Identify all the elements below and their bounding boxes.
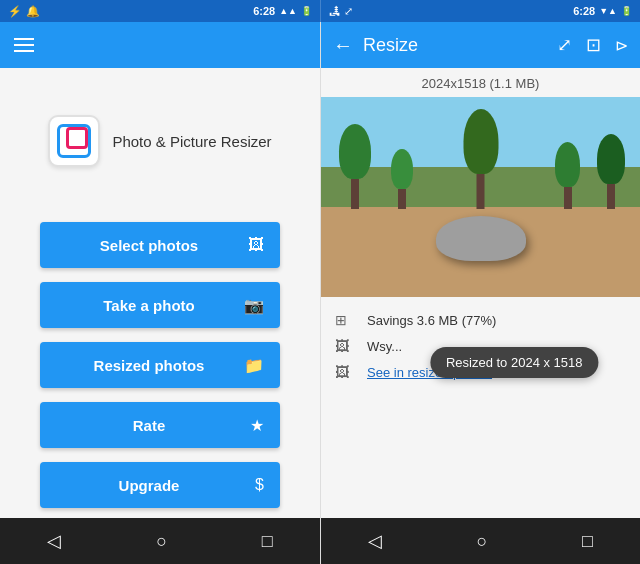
- back-nav-left[interactable]: ◁: [47, 530, 61, 552]
- dollar-icon: $: [242, 476, 264, 494]
- see-link-icon: 🖼: [335, 364, 357, 380]
- rock-object: [436, 216, 526, 261]
- gallery-icon: 🖼: [242, 236, 264, 254]
- photo-icon-status: 🏞: [329, 5, 340, 17]
- app-icon: [48, 115, 100, 167]
- buttons-area: Select photos 🖼 Take a photo 📷 Resized p…: [0, 206, 320, 518]
- wsy-text: Wsy...: [367, 339, 402, 354]
- signal-icon-right: ▼▲: [599, 6, 617, 16]
- rate-label: Rate: [56, 417, 242, 434]
- home-nav-left[interactable]: ○: [156, 531, 167, 552]
- flash-icon: ⚡: [8, 5, 22, 18]
- crop-icon[interactable]: ⊡: [586, 34, 601, 56]
- resize-title: Resize: [363, 35, 547, 56]
- savings-row: ⊞ Savings 3.6 MB (77%): [335, 307, 626, 333]
- camera-icon: 📷: [242, 296, 264, 315]
- savings-icon: ⊞: [335, 312, 357, 328]
- app-name: Photo & Picture Resizer: [112, 133, 271, 150]
- resized-tooltip: Resized to 2024 x 1518: [430, 347, 599, 378]
- left-bottom-nav: ◁ ○ □: [0, 518, 320, 564]
- share-icon[interactable]: ⊳: [615, 36, 628, 55]
- toolbar-actions: ⤢ ⊡ ⊳: [557, 34, 628, 56]
- select-photos-label: Select photos: [56, 237, 242, 254]
- rate-button[interactable]: Rate ★: [40, 402, 280, 448]
- upgrade-label: Upgrade: [56, 477, 242, 494]
- right-status-bar: 🏞 ⤢ 6:28 ▼▲ 🔋: [320, 0, 640, 22]
- app-logo-area: Photo & Picture Resizer: [0, 68, 320, 206]
- left-status-bar: ⚡ 🔔 6:28 ▲▲ 🔋: [0, 0, 320, 22]
- resized-photos-button[interactable]: Resized photos 📁: [40, 342, 280, 388]
- back-nav-right[interactable]: ◁: [368, 530, 382, 552]
- right-panel: ← Resize ⤢ ⊡ ⊳ 2024x1518 (1.1 MB): [320, 22, 640, 564]
- right-time: 6:28: [573, 5, 595, 17]
- select-photos-button[interactable]: Select photos 🖼: [40, 222, 280, 268]
- left-toolbar: [0, 22, 320, 68]
- recents-nav-right[interactable]: □: [582, 531, 593, 552]
- star-icon: ★: [242, 416, 264, 435]
- menu-button[interactable]: [14, 38, 34, 52]
- savings-text: Savings 3.6 MB (77%): [367, 313, 496, 328]
- recents-nav-left[interactable]: □: [262, 531, 273, 552]
- left-time: 6:28: [253, 5, 275, 17]
- take-photo-button[interactable]: Take a photo 📷: [40, 282, 280, 328]
- right-toolbar: ← Resize ⤢ ⊡ ⊳: [321, 22, 640, 68]
- wsy-icon: 🖼: [335, 338, 357, 354]
- battery-icon-left: 🔋: [301, 6, 312, 16]
- signal-icon-left: ▲▲: [279, 6, 297, 16]
- details-area: ⊞ Savings 3.6 MB (77%) 🖼 Wsy... 🖼 See in…: [321, 297, 640, 518]
- resized-photos-label: Resized photos: [56, 357, 242, 374]
- take-photo-label: Take a photo: [56, 297, 242, 314]
- home-nav-right[interactable]: ○: [477, 531, 488, 552]
- right-bottom-nav: ◁ ○ □: [321, 518, 640, 564]
- folder-icon: 📁: [242, 356, 264, 375]
- image-info: 2024x1518 (1.1 MB): [321, 68, 640, 97]
- expand-icon-status: ⤢: [344, 5, 353, 18]
- photo-display: [321, 97, 640, 297]
- battery-icon-right: 🔋: [621, 6, 632, 16]
- fullscreen-icon[interactable]: ⤢: [557, 34, 572, 56]
- upgrade-button[interactable]: Upgrade $: [40, 462, 280, 508]
- notification-icon: 🔔: [26, 5, 40, 18]
- left-panel: Photo & Picture Resizer Select photos 🖼 …: [0, 22, 320, 564]
- back-button[interactable]: ←: [333, 34, 353, 57]
